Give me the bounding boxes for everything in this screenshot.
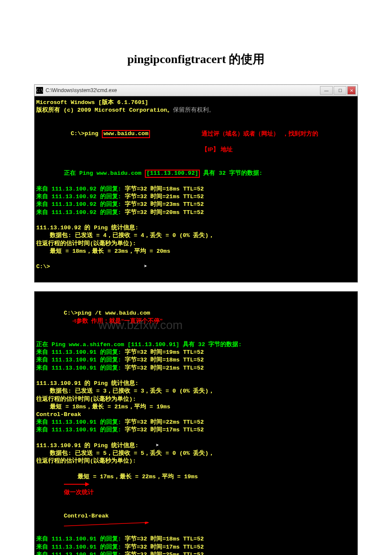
- ping-header-2: 正在 Ping www.a.shifen.com [111.13.100.91]…: [36, 341, 242, 348]
- ping-t-cmd: C:\>ping /t www.baidu.com: [64, 310, 150, 316]
- copyright-a: 版权所有 (c) 2009 Microsoft Corporation。: [36, 107, 173, 113]
- stats2-2-hdr: 111.13.100.91 的 Ping 统计信息:: [36, 442, 138, 449]
- prompt-ping: C:\>ping: [71, 130, 102, 137]
- annotation-statistics: 做一次统计: [64, 489, 94, 495]
- titlebar-text: C:\Windows\system32\cmd.exe: [46, 87, 117, 93]
- cmd-icon: C:\: [36, 87, 43, 94]
- reply2-prefix: 来自 111.13.100.91 的回复:: [36, 427, 125, 433]
- reply2-prefix: 来自 111.13.100.91 的回复:: [36, 349, 125, 356]
- ms-header: Microsoft Windows [版本 6.1.7601]: [36, 99, 148, 106]
- reply-3: 字节=32 时间=23ms TTL=52: [125, 201, 204, 208]
- stats2-2-rtt: 最短 = 17ms，最长 = 22ms，平均 = 19ms: [64, 474, 202, 480]
- reply2-8: 字节=32 时间=25ms TTL=52: [125, 552, 204, 555]
- reply2-7: 字节=32 时间=17ms TTL=52: [125, 544, 204, 550]
- ping-domain-box: www.baidu.com: [104, 130, 148, 137]
- titlebar: C:\ C:\Windows\system32\cmd.exe — ☐ ✕: [35, 85, 357, 96]
- doc-title: pingipconfigtracert 的使用: [34, 51, 358, 67]
- svg-line-2: [64, 523, 145, 526]
- reply-prefix: 来自 111.13.100.92 的回复:: [36, 201, 125, 208]
- svg-marker-3: [145, 522, 149, 524]
- reply-prefix: 来自 111.13.100.92 的回复:: [36, 194, 125, 200]
- close-button[interactable]: ✕: [347, 86, 356, 95]
- reply2-6: 字节=32 时间=18ms TTL=52: [125, 536, 204, 542]
- reply2-prefix: 来自 111.13.100.91 的回复:: [36, 544, 125, 550]
- reply2-5: 字节=32 时间=17ms TTL=52: [125, 427, 204, 433]
- ping-header-a: 正在 Ping www.baidu.com: [64, 170, 145, 176]
- minimize-button[interactable]: —: [320, 86, 333, 95]
- cursor-icon: ➤: [144, 263, 147, 270]
- ping-header-b: 具有 32 字节的数据:: [200, 170, 262, 176]
- copyright-b: 保留所有权利。: [173, 107, 215, 113]
- stats-packets: 数据包: 已发送 = 4，已接收 = 4，丢失 = 0 (0% 丢失)，: [36, 232, 214, 239]
- cmd-window-2: www.bzfxw.com C:\>ping /t www.baidu.com …: [34, 291, 358, 555]
- ping-ip-box: [111.13.100.92]: [147, 170, 199, 176]
- stats-rtt: 最短 = 18ms，最长 = 23ms，平均 = 20ms: [36, 248, 170, 254]
- reply2-2: 字节=32 时间=18ms TTL=52: [125, 357, 204, 363]
- reply-prefix: 来自 111.13.100.92 的回复:: [36, 186, 125, 192]
- stats2-1-rtthdr: 往返行程的估计时间(以毫秒为单位):: [36, 396, 136, 402]
- annotation-t-param: -t参数 作用：就是“一直评个不停”: [72, 318, 163, 324]
- stats-rtt-hdr: 往返行程的估计时间(以毫秒为单位):: [36, 240, 136, 247]
- reply2-3: 字节=32 时间=21ms TTL=52: [125, 365, 204, 371]
- reply2-prefix: 来自 111.13.100.91 的回复:: [36, 536, 125, 542]
- cursor-icon: ➤: [156, 442, 159, 449]
- control-break-1: Control-Break: [36, 411, 81, 418]
- reply2-prefix: 来自 111.13.100.91 的回复:: [36, 365, 125, 371]
- stats2-1-pk: 数据包: 已发送 = 3，已接收 = 3，丢失 = 0 (0% 丢失)，: [36, 388, 214, 394]
- reply2-1: 字节=32 时间=19ms TTL=52: [125, 349, 204, 356]
- maximize-button[interactable]: ☐: [334, 86, 346, 95]
- annotation-domain-ip-1: 通过评（域名）或者（网址） ，找到对方的: [202, 130, 318, 137]
- reply-4: 字节=32 时间=20ms TTL=52: [125, 209, 204, 216]
- arrow-up-icon: [64, 522, 149, 528]
- reply-2: 字节=32 时间=21ms TTL=52: [125, 194, 204, 200]
- reply-1: 字节=32 时间=18ms TTL=52: [125, 186, 204, 192]
- arrow-icon: [64, 482, 89, 487]
- stats2-1-rtt: 最短 = 18ms，最长 = 21ms，平均 = 19ms: [36, 404, 170, 410]
- document-page: pingipconfigtracert 的使用 C:\ C:\Windows\s…: [0, 0, 392, 555]
- stats2-1-hdr: 111.13.100.91 的 Ping 统计信息:: [36, 380, 138, 387]
- stats-header: 111.13.100.92 的 Ping 统计信息:: [36, 225, 138, 231]
- stats2-2-pk: 数据包: 已发送 = 5，已接收 = 5，丢失 = 0 (0% 丢失)，: [36, 450, 214, 457]
- reply2-prefix: 来自 111.13.100.91 的回复:: [36, 552, 125, 555]
- reply2-prefix: 来自 111.13.100.91 的回复:: [36, 419, 125, 425]
- reply-prefix: 来自 111.13.100.92 的回复:: [36, 209, 125, 216]
- reply2-4: 字节=32 时间=22ms TTL=52: [125, 419, 204, 425]
- annotation-domain-ip-2: 【IP】 地址: [202, 146, 233, 153]
- cmd-window-1: C:\ C:\Windows\system32\cmd.exe — ☐ ✕ Mi…: [34, 84, 358, 283]
- terminal-body-1: Microsoft Windows [版本 6.1.7601] 版权所有 (c)…: [35, 96, 357, 282]
- prompt-2: C:\>: [36, 263, 50, 270]
- svg-marker-1: [85, 482, 89, 486]
- reply2-prefix: 来自 111.13.100.91 的回复:: [36, 357, 125, 363]
- stats2-2-rtthdr: 往返行程的估计时间(以毫秒为单位):: [36, 458, 136, 464]
- control-break-2: Control-Break: [64, 513, 109, 519]
- terminal-body-2: www.bzfxw.com C:\>ping /t www.baidu.com …: [35, 292, 357, 555]
